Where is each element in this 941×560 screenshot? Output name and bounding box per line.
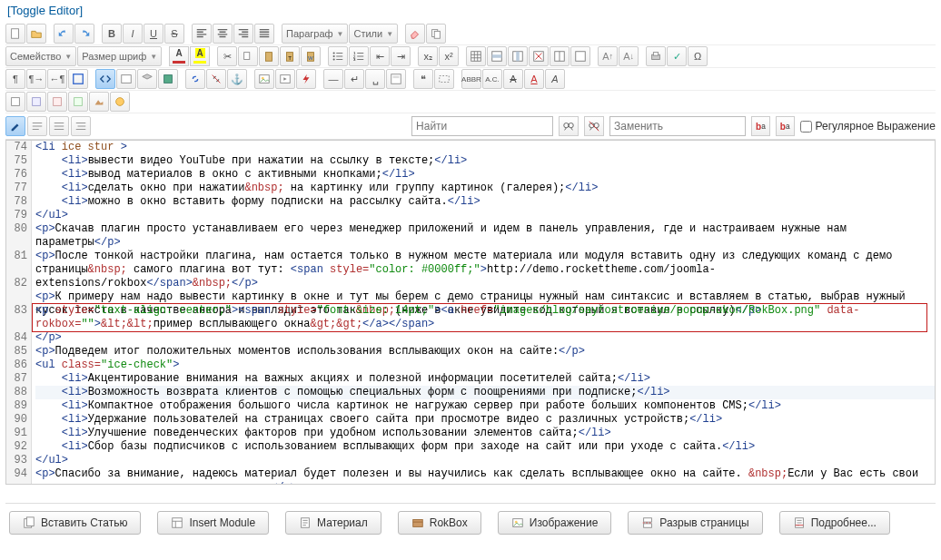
print-icon[interactable] [646,46,666,66]
outdent-icon[interactable]: ⇤ [370,46,390,66]
font-size-select[interactable]: Размер шриф▼ [77,46,162,66]
align-left-icon[interactable] [192,24,212,44]
fullscreen-icon[interactable] [68,69,88,89]
bold-icon[interactable]: B [102,24,122,44]
align-right-icon[interactable] [233,24,253,44]
replace-all-icon[interactable]: ba [776,116,795,136]
tool-e-icon[interactable] [89,92,109,112]
strike-icon[interactable]: S [164,24,184,44]
table-del-icon[interactable] [529,46,549,66]
align-center-icon[interactable] [213,24,233,44]
div-icon[interactable] [434,69,454,89]
align-justify-icon[interactable] [254,24,274,44]
quote-icon[interactable]: ❝ [413,69,433,89]
eraser-icon[interactable] [405,24,425,44]
text-color-icon[interactable]: A [169,46,189,66]
svg-text:3: 3 [353,57,356,62]
tool-c-icon[interactable] [47,92,67,112]
svg-rect-45 [173,518,183,528]
paste-text-icon[interactable]: T [280,46,300,66]
tool-a-icon[interactable] [5,92,25,112]
paragraph-select[interactable]: Параграф▼ [282,24,348,44]
sub-icon[interactable]: x₂ [418,46,438,66]
pagebreak-button[interactable]: Разрыв страницы [628,511,762,535]
mode-edit-icon[interactable] [5,116,25,136]
replace-input[interactable] [609,116,746,136]
mode-wrap1-icon[interactable] [27,116,47,136]
ul-icon[interactable] [328,46,348,66]
break-icon[interactable]: ↵ [344,69,364,89]
svg-rect-19 [516,52,520,62]
anchor-icon[interactable]: ⚓ [227,69,247,89]
indent-icon[interactable]: ⇥ [391,46,411,66]
save-icon[interactable] [158,69,178,89]
replace-one-icon[interactable]: ba [751,116,770,136]
tool-f-icon[interactable] [110,92,130,112]
layers-icon[interactable] [137,69,157,89]
paste-word-icon[interactable]: W [301,46,321,66]
svg-rect-24 [654,53,659,56]
insert-article-button[interactable]: Вставить Статью [9,511,141,535]
copy-format-icon[interactable] [426,24,446,44]
table-icon[interactable] [466,46,486,66]
find-prev-icon[interactable] [584,116,604,136]
table-row-icon[interactable] [487,46,507,66]
omega-icon[interactable]: Ω [688,46,708,66]
readmore-button[interactable]: Подробнее... [779,511,890,535]
abbr-icon[interactable]: ABBR [461,69,481,89]
toolbar-row-1: B I U S Параграф▼ Стили▼ [5,23,936,45]
hr-icon[interactable]: — [323,69,343,89]
ltr-icon[interactable]: ¶→ [26,69,46,89]
bg-color-icon[interactable]: A [190,46,210,66]
preview-icon[interactable] [116,69,136,89]
unlink-icon[interactable] [206,69,226,89]
cite-icon[interactable]: A [545,69,565,89]
open-doc-icon[interactable] [26,24,46,44]
toolbar-row-3: ¶ ¶→ ←¶ ⚓ — ↵ ␣ ❝ ABBR A.C. A A A [5,68,936,91]
a-down-icon[interactable]: A↓ [619,46,639,66]
image-button[interactable]: Изображение [498,511,612,535]
styles-select[interactable]: Стили▼ [349,24,398,44]
mode-format-icon[interactable] [71,116,91,136]
flash-icon[interactable] [296,69,316,89]
insert-module-button[interactable]: Insert Module [157,511,269,535]
new-doc-icon[interactable] [5,24,25,44]
source-icon[interactable] [95,69,115,89]
del-icon[interactable]: A [503,69,523,89]
ol-icon[interactable]: 123 [349,46,369,66]
toggle-editor-link[interactable]: [Toggle Editor] [5,0,936,23]
mode-wrap2-icon[interactable] [49,116,69,136]
table-split-icon[interactable] [550,46,570,66]
spellcheck-icon[interactable]: ✓ [667,46,687,66]
svg-rect-47 [412,520,422,527]
link-icon[interactable] [185,69,205,89]
find-next-icon[interactable] [559,116,579,136]
material-button[interactable]: Материал [285,511,381,535]
ins-icon[interactable]: A [524,69,544,89]
acr-icon[interactable]: A.C. [482,69,502,89]
table-col-icon[interactable] [508,46,528,66]
copy-icon[interactable] [238,46,258,66]
find-input[interactable] [411,116,553,136]
redo-icon[interactable] [74,24,94,44]
rtl-icon[interactable]: ←¶ [47,69,67,89]
code-editor[interactable]: 7475767778798081828384858687888990919293… [5,140,936,485]
image-icon[interactable] [254,69,274,89]
nbsp-icon[interactable]: ␣ [365,69,385,89]
cut-icon[interactable]: ✂ [217,46,237,66]
template-icon[interactable] [386,69,406,89]
italic-icon[interactable]: I [123,24,143,44]
tool-b-icon[interactable] [26,92,46,112]
media-icon[interactable] [275,69,295,89]
undo-icon[interactable] [54,24,74,44]
tool-d-icon[interactable] [68,92,88,112]
regex-checkbox[interactable]: Регулярное Выражение [800,120,936,133]
sup-icon[interactable]: x² [439,46,459,66]
paste-icon[interactable] [259,46,279,66]
pilcrow-icon[interactable]: ¶ [5,69,25,89]
font-family-select[interactable]: Семейство▼ [5,46,76,66]
underline-icon[interactable]: U [144,24,163,44]
table-merge-icon[interactable] [570,46,590,66]
rokbox-button[interactable]: RokBox [398,511,481,535]
a-up-icon[interactable]: A↑ [598,46,618,66]
